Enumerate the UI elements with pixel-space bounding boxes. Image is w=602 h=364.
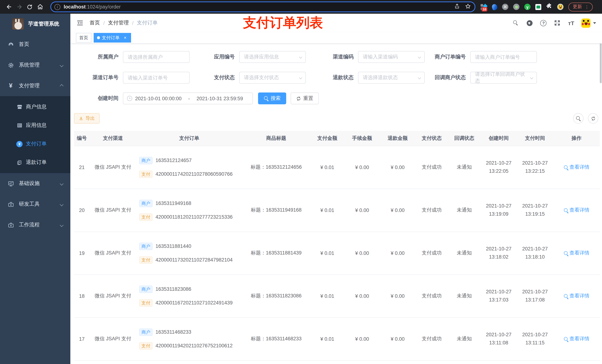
chevron-down-icon (530, 76, 533, 79)
user-menu[interactable] (581, 18, 596, 28)
chevron-down-icon (60, 182, 64, 185)
col-paid: 支付时间 (517, 131, 553, 146)
search-icon[interactable] (513, 20, 519, 26)
range-end: 2021-10-31 23:59:59 (197, 96, 243, 101)
reset-button[interactable]: 重置 (291, 93, 319, 104)
extension-sitestack-icon[interactable]: 10 (481, 3, 487, 10)
sidebar: 芋道管理系统 首页 系统管理 ¥ 支付管理 (0, 14, 70, 364)
refund-status-select[interactable]: 请选择退款状态 (358, 72, 425, 83)
channel-code-label: 渠道编码 (306, 54, 358, 60)
github-icon[interactable] (526, 19, 533, 27)
merchant-order-label: 商户订单编号 (425, 54, 470, 60)
table-row: 18 微信 JSAPI 支付 商户1635311823086 支付4200001… (74, 274, 600, 317)
extensions-puzzle-icon[interactable] (546, 3, 552, 11)
export-button[interactable]: 导出 (74, 113, 100, 124)
merchant-tag: 商户 (139, 285, 152, 293)
help-icon[interactable]: ? (540, 20, 547, 26)
sidebar-item-workflow[interactable]: 工作流程 (0, 215, 70, 235)
col-id: 编号 (74, 131, 90, 146)
tab-home[interactable]: 首页 (76, 33, 91, 42)
tab-pay-order[interactable]: 支付订单 × (94, 33, 131, 42)
app-id-label: 应用编号 (190, 54, 239, 60)
browser-back-icon[interactable] (4, 2, 14, 12)
col-status: 支付状态 (415, 131, 448, 146)
url-text: localhost:1024/pay/order (64, 4, 449, 10)
merchant-input[interactable] (123, 51, 190, 63)
chevron-down-icon (60, 63, 64, 67)
extension-y-icon[interactable]: y (524, 4, 531, 10)
logo-image (12, 18, 24, 30)
filter-row-1: 所属商户 应用编号 请选择应用信息 渠道编码 请输入渠道编码 商户订单编号 (74, 51, 598, 63)
sidebar-item-devtools[interactable]: 研发工具 (0, 194, 70, 215)
tags-view: 首页 支付订单 × (70, 32, 602, 44)
channel-code-select[interactable]: 请输入渠道编码 (358, 51, 425, 63)
sidebar-collapse-icon[interactable] (76, 19, 84, 27)
chevron-down-icon (299, 76, 302, 79)
breadcrumb-payment[interactable]: 支付管理 (108, 20, 129, 26)
sidebar-item-refund-order[interactable]: 退款订单 (0, 153, 70, 172)
view-detail-link[interactable]: 查看详情 (563, 250, 589, 256)
breadcrumb: 首页 / 支付管理 / 支付订单 (90, 20, 158, 26)
bookmark-star-icon[interactable] (465, 3, 471, 10)
table-row-partial: 商户1635311351736 (74, 360, 600, 364)
download-icon (79, 116, 83, 121)
extension-chat-icon[interactable] (535, 4, 541, 10)
refresh-table-button[interactable] (588, 113, 598, 124)
browser-menu-icon[interactable]: ⋮ (585, 4, 589, 10)
share-icon[interactable] (454, 3, 460, 10)
extension-command-icon[interactable]: ⌘ (502, 4, 508, 10)
sidebar-item-merchant-info[interactable]: 商户信息 (0, 98, 70, 116)
table-row: 21 微信 JSAPI 支付 商户1635312124657 支付4200001… (74, 146, 600, 189)
active-dot (97, 36, 100, 39)
view-detail-link[interactable]: 查看详情 (563, 207, 589, 213)
address-bar[interactable]: i localhost:1024/pay/order (50, 1, 475, 12)
search-button[interactable]: 搜索 (258, 93, 286, 104)
dashboard-icon (7, 41, 14, 48)
view-detail-link[interactable]: 查看详情 (563, 293, 589, 299)
sidebar-item-app-info[interactable]: 应用信息 (0, 116, 70, 135)
sidebar-item-home[interactable]: 首页 (0, 34, 70, 55)
pay-status-select[interactable]: 请选择支付状态 (239, 72, 306, 83)
sidebar-item-system[interactable]: 系统管理 (0, 55, 70, 75)
pay-tag: 支付 (139, 342, 152, 349)
sidebar-item-pay-order[interactable]: ¥ 支付订单 (0, 135, 70, 153)
browser-forward-icon[interactable] (14, 2, 24, 12)
merchant-order-input[interactable] (470, 51, 537, 63)
view-detail-link[interactable]: 查看详情 (563, 335, 589, 342)
sidebar-item-infra[interactable]: 基础设施 (0, 173, 70, 194)
briefcase-icon (7, 222, 14, 228)
breadcrumb-home[interactable]: 首页 (90, 20, 100, 26)
browser-reload-icon[interactable] (24, 2, 35, 12)
extension-badge: 10 (482, 7, 487, 11)
pay-tag: 支付 (139, 299, 152, 306)
profile-avatar-icon[interactable] (557, 4, 563, 10)
site-info-icon[interactable]: i (54, 4, 60, 10)
app-id-select[interactable]: 请选择应用信息 (239, 51, 306, 63)
toggle-search-button[interactable] (573, 113, 583, 124)
avatar (581, 18, 591, 28)
browser-home-icon[interactable] (35, 2, 45, 12)
view-detail-link[interactable]: 查看详情 (563, 164, 589, 171)
col-actions: 操作 (553, 131, 600, 146)
create-time-range-picker[interactable]: 2021-10-01 00:00:00 - 2021-10-31 23:59:5… (123, 93, 253, 104)
breadcrumb-current: 支付订单 (137, 20, 158, 26)
payment-submenu: 商户信息 应用信息 ¥ 支付订单 退款订单 (0, 96, 70, 173)
close-icon[interactable]: × (123, 35, 128, 40)
extension-kite-icon[interactable] (491, 3, 498, 10)
col-notify: 回调状态 (448, 131, 481, 146)
top-navbar: 首页 / 支付管理 / 支付订单 支付订单列表 ? тT (70, 14, 602, 32)
table-toolbar: 导出 (74, 113, 598, 124)
browser-update-button[interactable]: 更新 ⋮ (568, 2, 593, 11)
fullscreen-icon[interactable] (554, 19, 561, 27)
chevron-down-icon (60, 202, 64, 206)
font-size-icon[interactable]: тT (568, 20, 574, 26)
range-separator: - (184, 96, 194, 101)
app-logo[interactable]: 芋道管理系统 (0, 14, 70, 34)
sidebar-item-payment[interactable]: ¥ 支付管理 (0, 75, 70, 96)
notify-status-select[interactable]: 请选择订单回调商户状态 (470, 72, 537, 83)
col-title: 商品标题 (242, 131, 310, 146)
yen-circle-icon: ¥ (16, 141, 22, 147)
clock-icon (127, 96, 132, 101)
channel-order-input[interactable] (123, 72, 190, 83)
extension-recorder-icon[interactable] (513, 4, 519, 10)
